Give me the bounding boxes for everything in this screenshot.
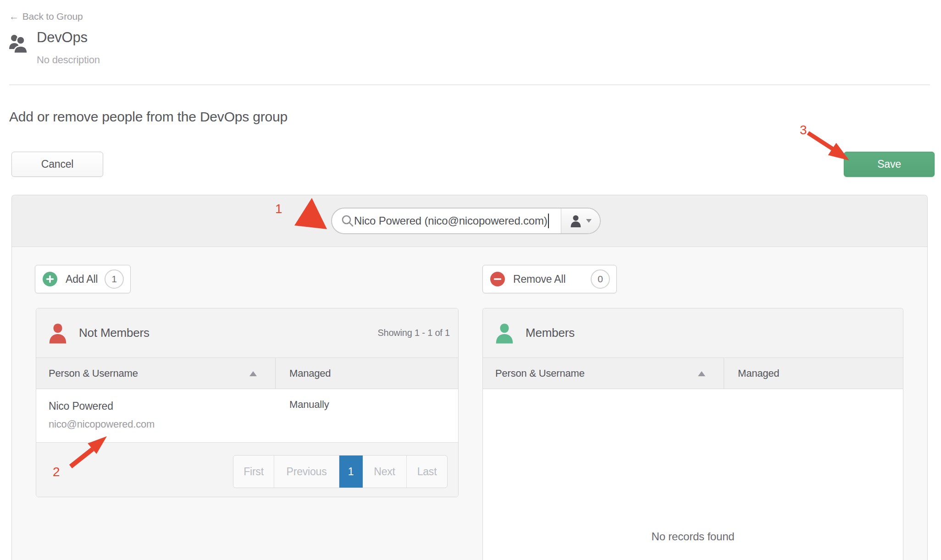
group-membership-page: ←Back to Group DevOps No description Add… <box>0 0 941 560</box>
add-all-count-badge: 1 <box>105 269 124 289</box>
annotation-step-3: 3 <box>800 123 807 137</box>
members-table-header: Person & Username Managed <box>483 358 903 389</box>
column-label: Managed <box>738 368 779 379</box>
pagination-next-button[interactable]: Next <box>363 456 407 488</box>
search-type-dropdown[interactable] <box>561 209 600 233</box>
search-icon <box>341 214 354 227</box>
annotation-step-2: 2 <box>53 465 60 479</box>
people-search-box: Nico Powered (nico@nicopowered.com) <box>331 208 601 234</box>
person-name: Nico Powered <box>49 400 276 412</box>
search-icon-zone <box>332 209 354 233</box>
add-plus-icon <box>43 272 57 286</box>
pagination-first-button[interactable]: First <box>233 456 274 488</box>
chevron-down-icon <box>586 219 592 223</box>
group-description: No description <box>37 54 100 66</box>
not-members-footer: First Previous 1 Next Last <box>36 442 458 497</box>
group-people-icon <box>8 34 28 54</box>
text-cursor <box>548 214 549 228</box>
column-header-managed[interactable]: Managed <box>724 358 903 389</box>
members-panel: Members Person & Username Managed No rec… <box>482 308 903 560</box>
member-person-icon <box>495 322 514 345</box>
members-title: Members <box>526 326 575 340</box>
remove-minus-icon <box>490 272 505 286</box>
search-input-value: Nico Powered (nico@nicopowered.com) <box>357 214 548 227</box>
table-row[interactable]: Nico Powered nico@nicopowered.com Manual… <box>36 389 458 442</box>
pagination-last-button[interactable]: Last <box>407 456 447 488</box>
not-member-person-icon <box>49 322 67 345</box>
not-members-showing-count: Showing 1 - 1 of 1 <box>377 328 450 338</box>
annotation-step-1: 1 <box>275 202 282 216</box>
add-all-label: Add All <box>66 273 104 285</box>
column-label: Managed <box>289 368 331 379</box>
page-heading: Add or remove people from the DevOps gro… <box>9 109 288 125</box>
search-input[interactable]: Nico Powered (nico@nicopowered.com) <box>354 209 561 233</box>
person-cell: Nico Powered nico@nicopowered.com <box>36 389 276 442</box>
back-to-group-link[interactable]: ←Back to Group <box>9 11 83 22</box>
cancel-button[interactable]: Cancel <box>11 152 103 177</box>
not-members-table-header: Person & Username Managed <box>36 358 458 389</box>
pagination-previous-button[interactable]: Previous <box>274 456 339 488</box>
not-members-panel: Not Members Showing 1 - 1 of 1 Person & … <box>36 308 459 497</box>
group-name-title: DevOps <box>37 29 88 46</box>
save-button[interactable]: Save <box>844 152 935 177</box>
sort-ascending-icon <box>249 371 257 376</box>
column-header-person-username[interactable]: Person & Username <box>483 358 724 389</box>
managed-cell: Manually <box>276 389 458 442</box>
column-label: Person & Username <box>49 368 138 379</box>
cancel-button-label: Cancel <box>41 158 73 170</box>
column-label: Person & Username <box>495 368 585 379</box>
remove-all-button[interactable]: Remove All 0 <box>482 265 617 293</box>
no-records-message: No records found <box>483 389 903 543</box>
remove-all-count-badge: 0 <box>591 269 610 289</box>
header-divider <box>9 84 930 85</box>
column-header-person-username[interactable]: Person & Username <box>36 358 276 389</box>
members-header: Members <box>483 308 903 358</box>
person-username: nico@nicopowered.com <box>49 418 276 430</box>
add-all-button[interactable]: Add All 1 <box>35 265 131 293</box>
back-arrow-icon: ← <box>9 11 19 22</box>
remove-all-label: Remove All <box>513 273 572 285</box>
sort-ascending-icon <box>698 371 705 376</box>
not-members-header: Not Members Showing 1 - 1 of 1 <box>36 308 458 358</box>
pagination: First Previous 1 Next Last <box>233 455 448 488</box>
not-members-title: Not Members <box>79 326 149 340</box>
pagination-current-page[interactable]: 1 <box>339 456 363 488</box>
person-filter-icon <box>570 214 582 228</box>
column-header-managed[interactable]: Managed <box>276 358 458 389</box>
back-link-label: Back to Group <box>22 11 83 22</box>
save-button-label: Save <box>877 158 901 170</box>
